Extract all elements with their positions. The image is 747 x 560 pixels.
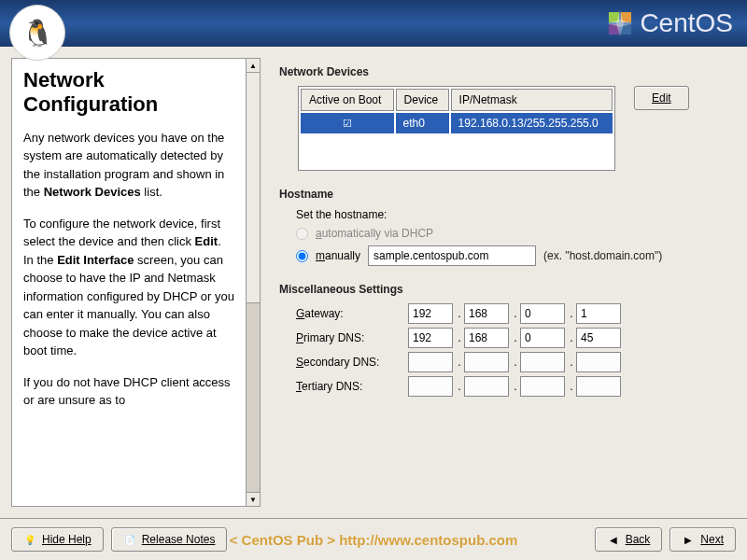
help-panel: Network Configuration Any network device… xyxy=(11,58,247,507)
tertiary-dns-1[interactable] xyxy=(408,376,453,397)
misc-section: Miscellaneous Settings Gateway: . . . Pr… xyxy=(279,283,733,397)
hostname-title: Hostname xyxy=(279,188,733,201)
network-devices-section: Network Devices Active on Boot Device IP… xyxy=(279,65,733,171)
primary-dns-label: Primary DNS: xyxy=(296,331,408,344)
edit-button[interactable]: Edit xyxy=(634,86,689,110)
secondary-dns-1[interactable] xyxy=(408,352,453,372)
scroll-up-icon[interactable]: ▲ xyxy=(247,59,260,73)
cell-ip: 192.168.0.13/255.255.255.0 xyxy=(451,113,613,133)
penguin-icon: 🐧 xyxy=(21,18,54,49)
centos-icon xyxy=(605,8,635,38)
gateway-label: Gateway: xyxy=(296,307,408,320)
misc-title: Miscellaneous Settings xyxy=(279,283,733,296)
gateway-3[interactable] xyxy=(520,303,565,324)
checkbox-checked-icon[interactable]: ☑ xyxy=(343,118,352,129)
primary-dns-4[interactable] xyxy=(576,328,621,348)
notes-icon: 📄 xyxy=(123,533,136,546)
help-p3: If you do not have DHCP client access or… xyxy=(23,373,234,410)
scroll-down-icon[interactable]: ▼ xyxy=(247,492,260,506)
cell-device: eth0 xyxy=(396,113,449,133)
scroll-thumb[interactable] xyxy=(247,73,260,303)
network-devices-title: Network Devices xyxy=(279,65,733,78)
set-hostname-label: Set the hostname: xyxy=(296,208,733,221)
radio-manual[interactable] xyxy=(296,250,308,262)
arrow-left-icon: ◀ xyxy=(607,533,620,546)
hostname-auto-radio: automatically via DHCP xyxy=(296,227,733,240)
secondary-dns-label: Secondary DNS: xyxy=(296,356,408,369)
gateway-2[interactable] xyxy=(464,303,509,324)
hostname-section: Hostname Set the hostname: automatically… xyxy=(279,188,733,266)
lightbulb-icon: 💡 xyxy=(23,533,36,546)
footer: 💡 Hide Help 📄 Release Notes < CentOS Pub… xyxy=(0,518,747,560)
tertiary-dns-label: Tertiary DNS: xyxy=(296,380,408,393)
primary-dns-3[interactable] xyxy=(520,328,565,348)
secondary-dns-2[interactable] xyxy=(464,352,509,372)
arrow-right-icon: ▶ xyxy=(682,533,695,546)
device-table[interactable]: Active on Boot Device IP/Netmask ☑ eth0 … xyxy=(298,86,615,171)
hostname-hint: (ex. "host.domain.com") xyxy=(543,249,662,262)
help-title: Network Configuration xyxy=(23,68,234,118)
brand-logo: CentOS xyxy=(605,8,733,38)
back-button[interactable]: ◀ Back xyxy=(595,527,663,552)
help-p1: Any network devices you have on the syst… xyxy=(23,129,234,202)
gateway-4[interactable] xyxy=(576,303,621,324)
next-button[interactable]: ▶ Next xyxy=(669,527,736,552)
table-row[interactable] xyxy=(301,135,613,168)
primary-dns-1[interactable] xyxy=(408,328,453,348)
help-p2: To configure the network device, first s… xyxy=(23,215,234,360)
tertiary-dns-2[interactable] xyxy=(464,376,509,397)
hostname-input[interactable] xyxy=(368,245,536,266)
secondary-dns-4[interactable] xyxy=(576,352,621,372)
secondary-dns-3[interactable] xyxy=(520,352,565,372)
hide-help-button[interactable]: 💡 Hide Help xyxy=(11,527,104,552)
tertiary-dns-3[interactable] xyxy=(520,376,565,397)
col-ip[interactable]: IP/Netmask xyxy=(451,89,613,111)
main: Network Configuration Any network device… xyxy=(0,47,747,518)
distro-logo: 🐧 xyxy=(9,5,65,61)
radio-auto xyxy=(296,228,308,240)
hostname-manual-radio[interactable]: manually (ex. "host.domain.com") xyxy=(296,245,733,266)
watermark-text: < CentOS Pub > http://www.centospub.com xyxy=(230,532,518,548)
col-active[interactable]: Active on Boot xyxy=(301,89,394,111)
help-scrollbar[interactable]: ▲ ▼ xyxy=(247,58,261,507)
release-notes-button[interactable]: 📄 Release Notes xyxy=(111,527,228,552)
brand-text: CentOS xyxy=(640,8,733,38)
table-row[interactable]: ☑ eth0 192.168.0.13/255.255.255.0 xyxy=(301,113,613,133)
scroll-track[interactable] xyxy=(247,73,260,492)
header: 🐧 CentOS xyxy=(0,0,747,47)
gateway-1[interactable] xyxy=(408,303,453,324)
col-device[interactable]: Device xyxy=(396,89,449,111)
table-header-row: Active on Boot Device IP/Netmask xyxy=(301,89,613,111)
tertiary-dns-4[interactable] xyxy=(576,376,621,397)
content: Network Devices Active on Boot Device IP… xyxy=(261,47,747,518)
primary-dns-2[interactable] xyxy=(464,328,509,348)
